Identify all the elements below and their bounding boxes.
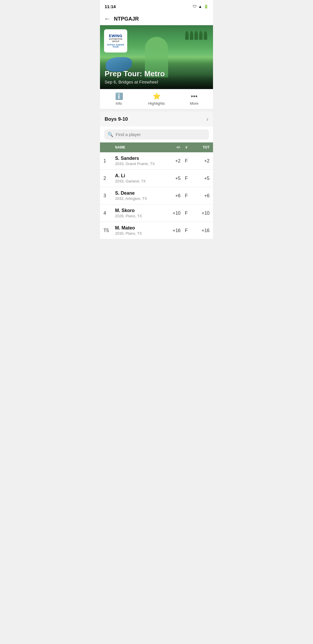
player-info: A. Li 2033, Garland, TX bbox=[115, 173, 163, 183]
player-detail: 2033, Grand Prairie, TX bbox=[115, 162, 163, 166]
logo-brand: EWING AUTOMOTIVE GROUP bbox=[106, 34, 125, 43]
player-rank: 4 bbox=[103, 211, 115, 216]
status-icons: 🛡 ▲ 🔋 bbox=[193, 4, 208, 9]
player-name: A. Li bbox=[115, 173, 163, 178]
tab-more-label: More bbox=[190, 101, 199, 106]
info-icon: ℹ️ bbox=[115, 93, 123, 100]
tab-bar: ℹ️ Info ⭐ Highlights ••• More bbox=[100, 89, 213, 109]
player-hole: F bbox=[181, 228, 192, 233]
hero-overlay: Prep Tour: Metro Sep 6, Bridges at Firew… bbox=[100, 65, 213, 89]
tab-highlights[interactable]: ⭐ Highlights bbox=[138, 89, 175, 109]
wifi-icon: ▲ bbox=[198, 4, 202, 9]
trees bbox=[185, 31, 207, 40]
back-button[interactable]: ← bbox=[104, 16, 110, 22]
player-rank: 1 bbox=[103, 158, 115, 164]
search-icon: 🔍 bbox=[108, 132, 113, 137]
battery-icon: 🔋 bbox=[204, 4, 208, 9]
more-icon: ••• bbox=[191, 93, 197, 100]
col-name: NAME bbox=[115, 145, 163, 149]
player-plus-minus: +6 bbox=[163, 193, 181, 198]
tab-info[interactable]: ℹ️ Info bbox=[100, 89, 138, 109]
player-plus-minus: +10 bbox=[163, 211, 181, 216]
player-hole: F bbox=[181, 193, 192, 198]
player-hole: F bbox=[181, 176, 192, 181]
player-total: +2 bbox=[192, 158, 210, 164]
table-row[interactable]: T5 M. Mateo 2030, Plano, TX +16 F +16 bbox=[100, 222, 213, 239]
player-name: S. Sanders bbox=[115, 156, 163, 161]
player-total: +6 bbox=[192, 193, 210, 198]
player-plus-minus: +16 bbox=[163, 228, 181, 233]
logo-tour: NTPGA JUNIOR TOUR bbox=[106, 44, 125, 48]
player-name: M. Skoro bbox=[115, 208, 163, 213]
col-plus-minus: +/- bbox=[163, 145, 181, 149]
player-total: +10 bbox=[192, 211, 210, 216]
player-detail: 2033, Garland, TX bbox=[115, 179, 163, 183]
table-row[interactable]: 3 S. Deane 2032, Arlington, TX +6 F +6 bbox=[100, 187, 213, 205]
page-title: NTPGAJR bbox=[114, 16, 139, 22]
player-plus-minus: +2 bbox=[163, 158, 181, 164]
player-info: S. Sanders 2033, Grand Prairie, TX bbox=[115, 156, 163, 166]
status-time: 11:14 bbox=[105, 4, 116, 9]
search-bar[interactable]: 🔍 bbox=[104, 129, 209, 140]
top-nav: ← NTPGAJR bbox=[100, 13, 213, 25]
col-rank bbox=[103, 145, 115, 149]
player-rank: 2 bbox=[103, 176, 115, 181]
tournament-name: Prep Tour: Metro bbox=[105, 69, 208, 78]
tournament-date: Sep 6, Bridges at Firewheel bbox=[105, 79, 208, 84]
tab-more[interactable]: ••• More bbox=[175, 89, 213, 109]
player-total: +16 bbox=[192, 228, 210, 233]
player-rank: 3 bbox=[103, 193, 115, 198]
player-info: M. Mateo 2030, Plano, TX bbox=[115, 225, 163, 236]
col-total: TOT bbox=[192, 145, 210, 149]
player-total: +5 bbox=[192, 176, 210, 181]
highlights-icon: ⭐ bbox=[153, 93, 161, 100]
next-arrow-icon[interactable]: › bbox=[206, 116, 208, 122]
player-detail: 2032, Arlington, TX bbox=[115, 196, 163, 201]
table-row[interactable]: 4 M. Skoro 2028, Plano, TX +10 F +10 bbox=[100, 205, 213, 222]
sponsor-logo: EWING AUTOMOTIVE GROUP NTPGA JUNIOR TOUR bbox=[104, 29, 127, 53]
shield-icon: 🛡 bbox=[193, 4, 196, 9]
player-list: 1 S. Sanders 2033, Grand Prairie, TX +2 … bbox=[100, 152, 213, 239]
player-detail: 2030, Plano, TX bbox=[115, 231, 163, 236]
division-title: Boys 9-10 bbox=[105, 116, 128, 122]
hero-image: EWING AUTOMOTIVE GROUP NTPGA JUNIOR TOUR… bbox=[100, 25, 213, 89]
player-plus-minus: +5 bbox=[163, 176, 181, 181]
player-detail: 2028, Plano, TX bbox=[115, 214, 163, 218]
tab-highlights-label: Highlights bbox=[148, 101, 165, 106]
player-hole: F bbox=[181, 211, 192, 216]
table-header: NAME +/- # TOT bbox=[100, 142, 213, 152]
section-header[interactable]: Boys 9-10 › bbox=[100, 112, 213, 126]
player-info: S. Deane 2032, Arlington, TX bbox=[115, 191, 163, 201]
tab-info-label: Info bbox=[116, 101, 122, 106]
col-hole: # bbox=[181, 145, 192, 149]
table-row[interactable]: 1 S. Sanders 2033, Grand Prairie, TX +2 … bbox=[100, 152, 213, 170]
status-bar: 11:14 🛡 ▲ 🔋 bbox=[100, 0, 213, 13]
search-container: 🔍 bbox=[100, 126, 213, 142]
player-rank: T5 bbox=[103, 228, 115, 233]
player-name: S. Deane bbox=[115, 191, 163, 196]
player-hole: F bbox=[181, 158, 192, 164]
search-input[interactable] bbox=[116, 132, 205, 137]
player-info: M. Skoro 2028, Plano, TX bbox=[115, 208, 163, 218]
player-name: M. Mateo bbox=[115, 225, 163, 231]
table-row[interactable]: 2 A. Li 2033, Garland, TX +5 F +5 bbox=[100, 170, 213, 187]
